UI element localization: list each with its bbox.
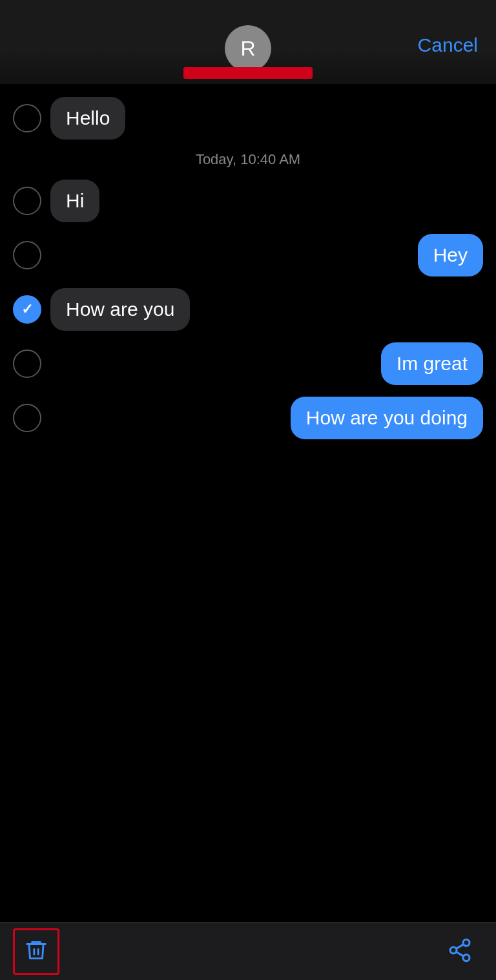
message-text-msg3: Hey: [433, 244, 468, 266]
select-circle-msg5[interactable]: [13, 349, 41, 378]
timestamp-label: Today, 10:40 AM: [196, 151, 300, 167]
cancel-label: Cancel: [418, 34, 478, 56]
message-text-msg5: Im great: [397, 353, 468, 374]
message-bubble-msg2: Hi: [50, 180, 99, 222]
delete-button[interactable]: [13, 928, 59, 975]
select-circle-msg3[interactable]: [13, 241, 41, 269]
message-bubble-msg4: How are you: [50, 288, 190, 331]
message-text-msg1: Hello: [66, 107, 110, 129]
share-icon: [447, 937, 473, 965]
avatar: R: [225, 25, 271, 72]
message-row: Hello: [0, 97, 496, 140]
share-button[interactable]: [437, 928, 483, 975]
timestamp: Today, 10:40 AM: [0, 151, 496, 168]
header: R Cancel: [0, 0, 496, 84]
message-row: ✓ How are you: [0, 288, 496, 331]
message-bubble-msg6: How are you doing: [291, 397, 483, 439]
message-row: Hi: [0, 180, 496, 222]
message-row: Hey: [0, 234, 496, 276]
message-text-msg4: How are you: [66, 298, 174, 320]
select-circle-msg6[interactable]: [13, 404, 41, 432]
message-bubble-msg3: Hey: [418, 234, 483, 276]
trash-icon: [24, 938, 48, 964]
select-circle-msg1[interactable]: [13, 104, 41, 132]
contact-name-bar: [183, 67, 313, 79]
select-circle-msg2[interactable]: [13, 187, 41, 215]
select-circle-msg4[interactable]: ✓: [13, 295, 41, 324]
message-text-msg2: Hi: [66, 190, 84, 211]
avatar-initial: R: [240, 37, 255, 61]
message-row: How are you doing: [0, 397, 496, 439]
message-row: Im great: [0, 342, 496, 385]
bottom-toolbar: [0, 922, 496, 980]
cancel-button[interactable]: Cancel: [418, 28, 478, 56]
checkmark-icon: ✓: [21, 301, 33, 318]
message-bubble-msg1: Hello: [50, 97, 125, 140]
messages-area: Hello Today, 10:40 AM Hi Hey ✓ How are y…: [0, 84, 496, 922]
message-bubble-msg5: Im great: [381, 342, 483, 385]
message-text-msg6: How are you doing: [306, 407, 468, 428]
